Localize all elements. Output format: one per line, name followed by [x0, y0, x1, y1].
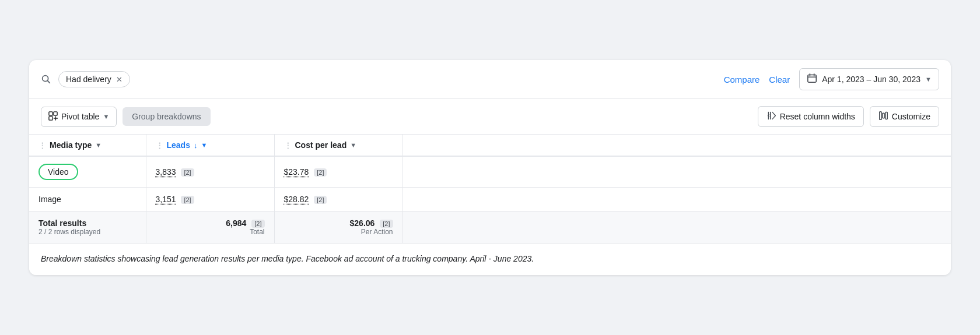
filter-pill[interactable]: Had delivery ✕	[58, 71, 130, 87]
caption-area: Breakdown statistics showcasing lead gen…	[29, 244, 951, 275]
totals-row: Total results 2 / 2 rows displayed 6,984…	[29, 211, 951, 244]
cell-cost-image: $28.82 [2]	[274, 188, 402, 211]
calendar-icon	[807, 73, 817, 86]
cost-image-badge: [2]	[314, 196, 327, 204]
svg-rect-2	[808, 75, 816, 83]
data-table-wrap: ⋮ Media type ▼ ⋮ Leads ↓ ▼	[29, 135, 951, 244]
col-header-media-type[interactable]: ⋮ Media type ▼	[29, 135, 146, 156]
table-row: Image 3,151 [2] $28.82 [2]	[29, 188, 951, 211]
data-table: ⋮ Media type ▼ ⋮ Leads ↓ ▼	[29, 135, 951, 243]
cell-total-empty	[402, 211, 951, 244]
svg-line-16	[772, 116, 775, 119]
leads-video-value[interactable]: 3,833	[156, 167, 176, 177]
main-card: Had delivery ✕ Compare Clear Apr 1, 2023…	[29, 60, 951, 275]
customize-icon	[878, 111, 888, 122]
pivot-table-icon	[48, 111, 58, 122]
col-dropdown-cost-icon[interactable]: ▼	[350, 142, 356, 149]
filter-bar: Had delivery ✕ Compare Clear Apr 1, 2023…	[29, 60, 951, 99]
svg-rect-6	[49, 111, 52, 115]
toolbar-right: Reset column widths Customize	[758, 106, 939, 127]
date-range-label: Apr 1, 2023 – Jun 30, 2023	[822, 75, 921, 84]
total-cost-sub: Per Action	[284, 228, 393, 236]
filter-text: Had delivery	[66, 75, 111, 84]
reset-columns-label: Reset column widths	[780, 112, 855, 121]
video-label-pill: Video	[38, 164, 78, 180]
total-leads-sub: Total	[156, 228, 265, 236]
group-breakdowns-button[interactable]: Group breakdowns	[123, 107, 210, 126]
reset-columns-icon	[766, 111, 776, 122]
svg-rect-18	[883, 113, 884, 118]
caption-text: Breakdown statistics showcasing lead gen…	[41, 254, 534, 263]
col-sort-leads-icon: ↓	[194, 141, 198, 150]
cell-leads-video: 3,833 [2]	[146, 156, 274, 188]
svg-rect-17	[880, 112, 881, 120]
col-dropdown-leads-icon[interactable]: ▼	[201, 142, 207, 149]
col-drag-handle-icon: ⋮	[38, 141, 46, 150]
col-header-leads[interactable]: ⋮ Leads ↓ ▼	[146, 135, 274, 156]
toolbar: Pivot table ▼ Group breakdowns Reset col…	[29, 99, 951, 135]
filter-close-button[interactable]: ✕	[116, 76, 123, 83]
search-icon	[41, 74, 51, 84]
svg-line-1	[47, 80, 50, 83]
customize-button[interactable]: Customize	[870, 106, 939, 127]
filter-bar-right: Compare Clear Apr 1, 2023 – Jun 30, 2023…	[724, 68, 939, 90]
date-picker-button[interactable]: Apr 1, 2023 – Jun 30, 2023 ▼	[799, 68, 939, 90]
clear-button[interactable]: Clear	[769, 75, 790, 84]
svg-line-15	[772, 112, 775, 116]
cell-leads-image: 3,151 [2]	[146, 188, 274, 211]
col-label-leads: Leads	[167, 140, 190, 150]
image-label: Image	[38, 195, 61, 204]
total-leads-value: 6,984	[226, 218, 246, 228]
cost-video-value[interactable]: $23.78	[284, 167, 309, 177]
svg-rect-8	[49, 116, 52, 119]
col-dropdown-media-type-icon[interactable]: ▼	[95, 142, 102, 149]
svg-rect-7	[54, 111, 57, 115]
chevron-down-icon: ▼	[925, 76, 932, 83]
leads-image-value[interactable]: 3,151	[156, 195, 176, 204]
cell-media-type-image: Image	[29, 188, 146, 211]
cell-empty-image	[402, 188, 951, 211]
svg-rect-19	[886, 112, 887, 119]
cell-total-cost: $26.06 [2] Per Action	[274, 211, 402, 244]
pivot-dropdown-icon: ▼	[103, 113, 109, 120]
col-header-empty	[402, 135, 951, 156]
pivot-table-label: Pivot table	[61, 112, 99, 121]
cell-cost-video: $23.78 [2]	[274, 156, 402, 188]
cell-total-label: Total results 2 / 2 rows displayed	[29, 211, 146, 244]
total-cost-value: $26.06	[350, 218, 375, 228]
leads-video-badge: [2]	[181, 168, 194, 177]
reset-columns-button[interactable]: Reset column widths	[758, 106, 864, 127]
cost-video-badge: [2]	[314, 168, 327, 177]
table-row: Video 3,833 [2] $23.78 [2]	[29, 156, 951, 188]
total-cost-badge: [2]	[380, 220, 393, 228]
table-header-row: ⋮ Media type ▼ ⋮ Leads ↓ ▼	[29, 135, 951, 156]
total-results-label: Total results	[38, 218, 136, 228]
cell-empty-video	[402, 156, 951, 188]
compare-button[interactable]: Compare	[724, 75, 760, 84]
total-leads-badge: [2]	[251, 220, 264, 228]
col-header-cost-per-lead[interactable]: ⋮ Cost per lead ▼	[274, 135, 402, 156]
cell-media-type-video: Video	[29, 156, 146, 188]
col-label-cost-per-lead: Cost per lead	[295, 140, 347, 150]
pivot-table-button[interactable]: Pivot table ▼	[41, 107, 117, 127]
rows-displayed-label: 2 / 2 rows displayed	[38, 228, 136, 236]
cell-total-leads: 6,984 [2] Total	[146, 211, 274, 244]
col-drag-handle-leads-icon: ⋮	[156, 141, 163, 150]
leads-image-badge: [2]	[181, 196, 194, 204]
customize-label: Customize	[892, 112, 930, 121]
cost-image-value[interactable]: $28.82	[284, 195, 309, 204]
col-drag-handle-cost-icon: ⋮	[284, 141, 292, 150]
col-label-media-type: Media type	[50, 140, 92, 150]
